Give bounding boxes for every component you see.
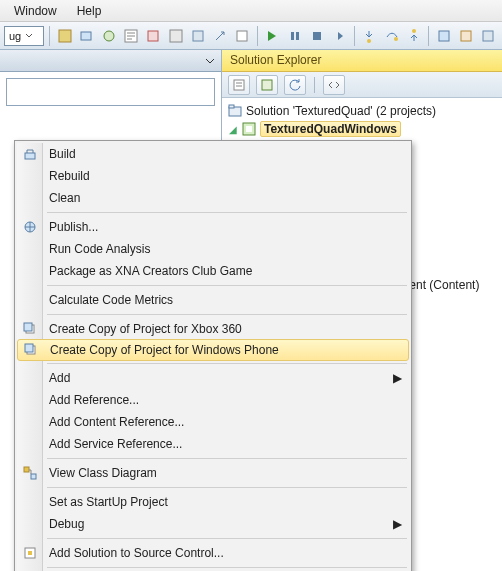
toolbar-icon[interactable] bbox=[55, 26, 74, 46]
menubar: Window Help bbox=[0, 0, 502, 22]
separator bbox=[428, 26, 429, 46]
ctx-rebuild[interactable]: Rebuild bbox=[17, 165, 409, 187]
separator bbox=[47, 487, 407, 488]
step-icon[interactable] bbox=[330, 26, 349, 46]
copy-project-icon bbox=[21, 320, 39, 338]
ctx-package-xna[interactable]: Package as XNA Creators Club Game bbox=[17, 260, 409, 282]
toolbar-icon[interactable] bbox=[434, 26, 453, 46]
properties-icon[interactable] bbox=[228, 75, 250, 95]
svg-rect-14 bbox=[439, 31, 449, 41]
toolbar-icon[interactable] bbox=[99, 26, 118, 46]
svg-point-2 bbox=[104, 31, 114, 41]
copy-project-icon bbox=[22, 341, 40, 359]
svg-rect-22 bbox=[25, 153, 35, 159]
svg-point-12 bbox=[394, 37, 398, 41]
step-out-icon[interactable] bbox=[404, 26, 423, 46]
solution-label: Solution 'TexturedQuad' (2 projects) bbox=[246, 104, 436, 118]
stop-icon[interactable] bbox=[307, 26, 326, 46]
step-into-icon[interactable] bbox=[360, 26, 379, 46]
ctx-add-service-reference[interactable]: Add Service Reference... bbox=[17, 433, 409, 455]
view-code-icon[interactable] bbox=[323, 75, 345, 95]
toolbar-icon[interactable] bbox=[188, 26, 207, 46]
toolbar-icon[interactable] bbox=[457, 26, 476, 46]
project-label: TexturedQuadWindows bbox=[264, 122, 397, 136]
project-icon bbox=[242, 122, 256, 136]
svg-rect-29 bbox=[31, 474, 36, 479]
ctx-debug[interactable]: Debug ▶ bbox=[17, 513, 409, 535]
solution-node[interactable]: Solution 'TexturedQuad' (2 projects) bbox=[228, 102, 496, 120]
ctx-set-startup[interactable]: Set as StartUp Project bbox=[17, 491, 409, 513]
ctx-copy-windows-phone[interactable]: Create Copy of Project for Windows Phone bbox=[17, 339, 409, 361]
step-over-icon[interactable] bbox=[382, 26, 401, 46]
separator bbox=[354, 26, 355, 46]
toolbar-icon[interactable] bbox=[77, 26, 96, 46]
solution-icon bbox=[228, 104, 242, 118]
svg-rect-4 bbox=[148, 31, 158, 41]
toolbar-icon[interactable] bbox=[166, 26, 185, 46]
separator bbox=[257, 26, 258, 46]
main-toolbar: ug bbox=[0, 22, 502, 50]
svg-rect-16 bbox=[483, 31, 493, 41]
svg-rect-7 bbox=[237, 31, 247, 41]
editor-strip[interactable] bbox=[0, 50, 221, 72]
separator bbox=[47, 285, 407, 286]
solution-explorer-title: Solution Explorer bbox=[222, 50, 502, 72]
publish-icon bbox=[21, 218, 39, 236]
svg-rect-15 bbox=[461, 31, 471, 41]
ctx-publish[interactable]: Publish... bbox=[17, 216, 409, 238]
svg-rect-0 bbox=[59, 30, 71, 42]
toolbar-icon[interactable] bbox=[210, 26, 229, 46]
chevron-down-icon bbox=[205, 56, 215, 66]
svg-rect-6 bbox=[193, 31, 203, 41]
config-combo[interactable]: ug bbox=[4, 26, 44, 46]
submenu-arrow-icon: ▶ bbox=[393, 517, 401, 531]
ctx-add[interactable]: Add ▶ bbox=[17, 367, 409, 389]
menu-window[interactable]: Window bbox=[4, 2, 67, 20]
ctx-add-reference[interactable]: Add Reference... bbox=[17, 389, 409, 411]
refresh-icon[interactable] bbox=[284, 75, 306, 95]
ctx-view-class-diagram[interactable]: View Class Diagram bbox=[17, 462, 409, 484]
ctx-copy-xbox360[interactable]: Create Copy of Project for Xbox 360 bbox=[17, 318, 409, 340]
context-menu: Build Rebuild Clean Publish... Run Code … bbox=[14, 140, 412, 571]
svg-point-13 bbox=[412, 29, 416, 33]
toolbar-icon[interactable] bbox=[144, 26, 163, 46]
separator bbox=[47, 567, 407, 568]
separator bbox=[47, 538, 407, 539]
pause-icon[interactable] bbox=[285, 26, 304, 46]
expander-icon[interactable]: ◢ bbox=[228, 124, 238, 135]
toolbar-icon[interactable] bbox=[479, 26, 498, 46]
toolbar-icon[interactable] bbox=[233, 26, 252, 46]
submenu-arrow-icon: ▶ bbox=[393, 371, 401, 385]
build-icon bbox=[21, 145, 39, 163]
class-diagram-icon bbox=[21, 464, 39, 482]
project-node[interactable]: ◢ TexturedQuadWindows bbox=[228, 120, 496, 138]
svg-rect-27 bbox=[25, 344, 33, 352]
separator bbox=[47, 458, 407, 459]
svg-rect-5 bbox=[170, 30, 182, 42]
ctx-code-metrics[interactable]: Calculate Code Metrics bbox=[17, 289, 409, 311]
svg-rect-10 bbox=[313, 32, 321, 40]
chevron-down-icon bbox=[25, 32, 33, 40]
show-all-icon[interactable] bbox=[256, 75, 278, 95]
editor-empty bbox=[6, 78, 215, 106]
play-icon[interactable] bbox=[263, 26, 282, 46]
ctx-clean[interactable]: Clean bbox=[17, 187, 409, 209]
svg-rect-17 bbox=[234, 80, 244, 90]
separator bbox=[47, 212, 407, 213]
ctx-build[interactable]: Build bbox=[17, 143, 409, 165]
svg-rect-18 bbox=[262, 80, 272, 90]
ctx-run-code-analysis[interactable]: Run Code Analysis bbox=[17, 238, 409, 260]
ctx-add-source-control[interactable]: Add Solution to Source Control... bbox=[17, 542, 409, 564]
svg-rect-25 bbox=[24, 323, 32, 331]
separator bbox=[47, 314, 407, 315]
separator bbox=[49, 26, 50, 46]
svg-rect-28 bbox=[24, 467, 29, 472]
svg-rect-8 bbox=[291, 32, 294, 40]
ctx-add-content-reference[interactable]: Add Content Reference... bbox=[17, 411, 409, 433]
svg-rect-1 bbox=[81, 32, 91, 40]
svg-rect-20 bbox=[229, 105, 234, 108]
menu-help[interactable]: Help bbox=[67, 2, 112, 20]
config-combo-text: ug bbox=[9, 30, 21, 42]
toolbar-icon[interactable] bbox=[122, 26, 141, 46]
svg-point-11 bbox=[367, 39, 371, 43]
